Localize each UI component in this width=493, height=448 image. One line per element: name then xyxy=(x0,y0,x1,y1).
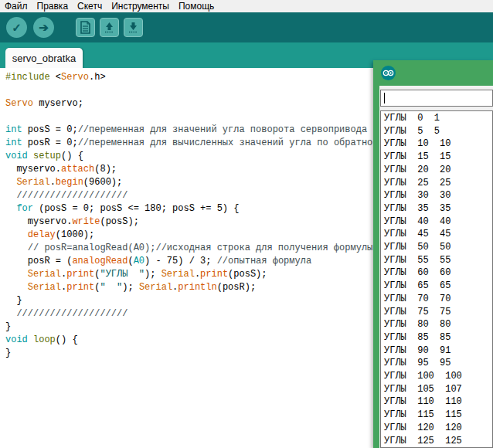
serial-output-line: УГЛЫ 20 20 xyxy=(384,164,492,177)
tab-label: servo_obratka xyxy=(12,53,76,64)
serial-output-line: УГЛЫ 125 125 xyxy=(384,435,492,448)
arduino-logo-icon xyxy=(381,66,396,80)
serial-output-line: УГЛЫ 70 70 xyxy=(384,293,492,306)
serial-monitor-window: УГЛЫ 0 1УГЛЫ 5 5УГЛЫ 10 10УГЛЫ 15 15УГЛЫ… xyxy=(373,60,493,448)
verify-button[interactable]: ✓ xyxy=(6,17,27,38)
menu-item[interactable]: Правка xyxy=(32,1,73,12)
text-caret xyxy=(384,93,385,104)
open-sketch-button[interactable] xyxy=(100,18,119,37)
serial-output-line: УГЛЫ 65 65 xyxy=(384,280,492,293)
serial-output-line: УГЛЫ 110 110 xyxy=(384,395,492,409)
serial-output-line: УГЛЫ 35 35 xyxy=(384,202,492,216)
serial-output-line: УГЛЫ 105 107 xyxy=(384,383,492,396)
serial-monitor-body: УГЛЫ 0 1УГЛЫ 5 5УГЛЫ 10 10УГЛЫ 15 15УГЛЫ… xyxy=(379,86,493,448)
serial-output-line: УГЛЫ 10 10 xyxy=(384,137,492,151)
arduino-ide-window: ФайлПравкаСкетчИнструментыПомощь ✓ ➔ xyxy=(0,0,493,448)
serial-output-line: УГЛЫ 45 45 xyxy=(384,228,492,241)
serial-output-line: УГЛЫ 95 95 xyxy=(384,357,492,370)
serial-output-line: УГЛЫ 80 80 xyxy=(384,318,492,331)
upload-arrow-icon: ➔ xyxy=(39,22,49,33)
new-sketch-icon xyxy=(80,21,91,34)
menu-item[interactable]: Скетч xyxy=(73,1,107,12)
menu-item[interactable]: Инструменты xyxy=(107,1,174,12)
serial-output-line: УГЛЫ 30 30 xyxy=(384,189,492,202)
serial-output-area[interactable]: УГЛЫ 0 1УГЛЫ 5 5УГЛЫ 10 10УГЛЫ 15 15УГЛЫ… xyxy=(380,110,493,448)
serial-output-line: УГЛЫ 75 75 xyxy=(384,306,492,319)
menu-item[interactable]: Файл xyxy=(0,1,32,12)
new-sketch-button[interactable] xyxy=(76,18,95,37)
open-up-arrow-icon xyxy=(103,21,116,34)
save-sketch-button[interactable] xyxy=(124,18,143,37)
serial-output-line: УГЛЫ 50 50 xyxy=(384,241,492,254)
serial-output-line: УГЛЫ 15 15 xyxy=(384,151,492,164)
serial-output-line: УГЛЫ 85 85 xyxy=(384,331,492,344)
serial-output-line: УГЛЫ 100 100 xyxy=(384,370,492,383)
toolbar: ✓ ➔ xyxy=(0,12,493,42)
save-down-arrow-icon xyxy=(127,21,140,34)
serial-output-line: УГЛЫ 90 91 xyxy=(384,344,492,358)
serial-output-line: УГЛЫ 0 1 xyxy=(384,112,492,125)
tab-servo-obratka[interactable]: servo_obratka xyxy=(5,48,83,68)
serial-send-input[interactable] xyxy=(380,90,493,107)
verify-check-icon: ✓ xyxy=(12,22,22,33)
upload-button[interactable]: ➔ xyxy=(33,17,54,38)
serial-output-line: УГЛЫ 115 115 xyxy=(384,409,492,422)
serial-output-line: УГЛЫ 25 25 xyxy=(384,177,492,190)
serial-output-line: УГЛЫ 60 60 xyxy=(384,266,492,280)
serial-output-line: УГЛЫ 40 40 xyxy=(384,216,492,229)
serial-output-line: УГЛЫ 5 5 xyxy=(384,125,492,138)
serial-output-line: УГЛЫ 120 120 xyxy=(384,422,492,435)
serial-output-line: УГЛЫ 55 55 xyxy=(384,254,492,267)
menu-bar: ФайлПравкаСкетчИнструментыПомощь xyxy=(0,0,493,12)
menu-item[interactable]: Помощь xyxy=(174,1,219,12)
serial-monitor-titlebar[interactable] xyxy=(373,60,493,86)
